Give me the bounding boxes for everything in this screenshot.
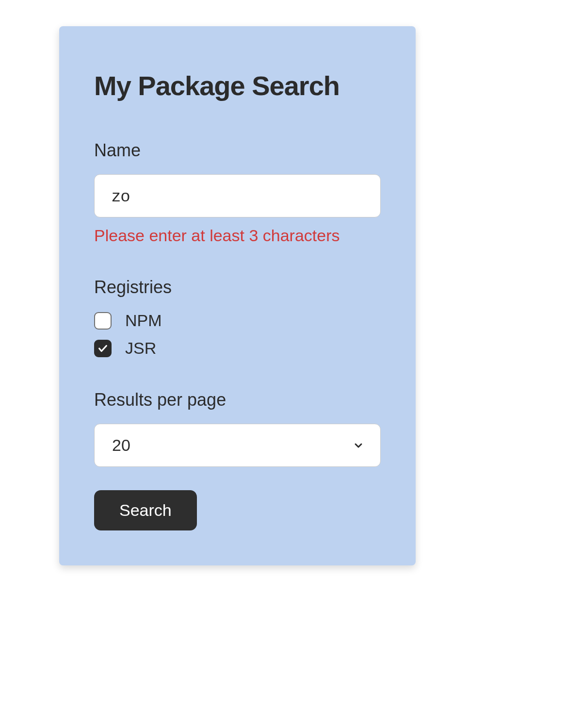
search-button[interactable]: Search [94, 490, 197, 530]
search-card: My Package Search Name Please enter at l… [59, 26, 416, 565]
name-input[interactable] [94, 174, 381, 217]
registries-label: Registries [94, 277, 381, 298]
results-select-wrap: 20 [94, 424, 381, 467]
name-label: Name [94, 140, 381, 161]
registry-option-jsr[interactable]: JSR [94, 339, 381, 358]
registry-option-npm[interactable]: NPM [94, 311, 381, 330]
checkbox-label-npm: NPM [125, 311, 162, 330]
results-per-page-label: Results per page [94, 390, 381, 410]
card-title: My Package Search [94, 70, 381, 101]
name-field-group: Name Please enter at least 3 characters [94, 140, 381, 245]
checkbox-jsr[interactable] [94, 340, 112, 357]
results-select[interactable]: 20 [94, 424, 381, 467]
registries-field-group: Registries NPM JSR [94, 277, 381, 358]
checkbox-label-jsr: JSR [125, 339, 156, 358]
checkbox-npm[interactable] [94, 312, 112, 330]
check-icon [97, 343, 108, 354]
results-per-page-group: Results per page 20 [94, 390, 381, 467]
name-error-text: Please enter at least 3 characters [94, 226, 381, 245]
